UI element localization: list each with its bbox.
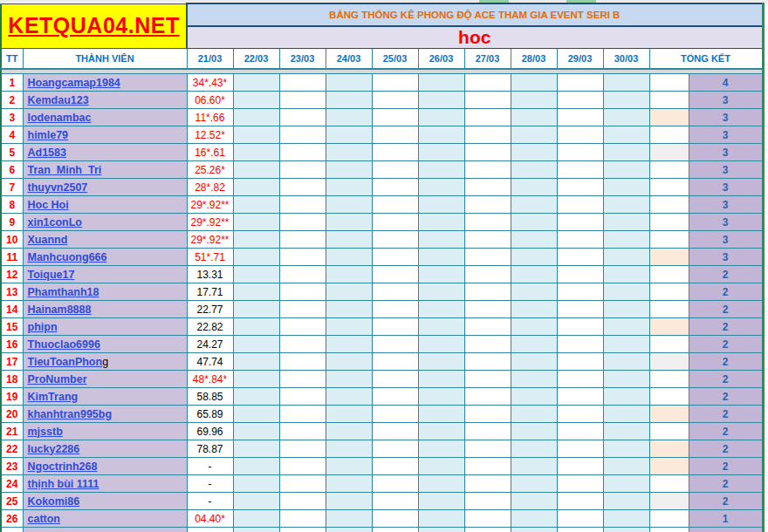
member-link[interactable]: lucky2286	[28, 443, 80, 455]
empty-score-cell[interactable]	[511, 353, 557, 371]
empty-score-cell[interactable]	[464, 458, 511, 475]
empty-score-cell[interactable]	[418, 231, 464, 249]
note-cell[interactable]	[649, 510, 689, 528]
total-cell[interactable]: 2	[689, 318, 763, 336]
empty-score-cell[interactable]	[603, 458, 649, 475]
member-link[interactable]: Ad1583	[28, 147, 66, 159]
empty-score-cell[interactable]	[326, 266, 372, 283]
empty-score-cell[interactable]	[233, 406, 279, 423]
empty-score-cell[interactable]	[233, 371, 279, 388]
empty-score-cell[interactable]	[464, 528, 511, 532]
member-cell[interactable]: khanhtran995bg	[23, 406, 187, 423]
empty-score-cell[interactable]	[233, 510, 279, 528]
empty-score-cell[interactable]	[511, 528, 557, 532]
col-header-date[interactable]: 23/03	[279, 49, 326, 70]
empty-score-cell[interactable]	[372, 74, 418, 92]
empty-score-cell[interactable]	[603, 406, 649, 423]
empty-score-cell[interactable]	[326, 423, 372, 440]
empty-score-cell[interactable]	[233, 266, 279, 283]
empty-score-cell[interactable]	[557, 249, 603, 266]
empty-score-cell[interactable]	[279, 92, 326, 109]
member-cell[interactable]: lodenambac	[23, 109, 187, 126]
empty-score-cell[interactable]	[557, 440, 603, 458]
score-cell-21-03[interactable]: 29*.92**	[187, 196, 233, 214]
empty-score-cell[interactable]	[326, 196, 372, 214]
empty-score-cell[interactable]	[372, 371, 418, 388]
empty-score-cell[interactable]	[418, 92, 464, 109]
member-link[interactable]: Toique17	[28, 269, 75, 281]
empty-score-cell[interactable]	[557, 493, 603, 510]
empty-score-cell[interactable]	[279, 196, 326, 214]
row-number-cell[interactable]: 15	[1, 318, 23, 336]
empty-score-cell[interactable]	[464, 406, 511, 423]
brand-banner[interactable]: KETQUA04.NET	[1, 3, 187, 49]
empty-score-cell[interactable]	[372, 528, 418, 532]
empty-score-cell[interactable]	[464, 231, 511, 249]
col-header-date[interactable]: 26/03	[418, 49, 464, 70]
note-cell[interactable]	[649, 440, 689, 458]
empty-score-cell[interactable]	[372, 353, 418, 371]
empty-score-cell[interactable]	[603, 161, 649, 179]
empty-score-cell[interactable]	[603, 440, 649, 458]
row-number-cell[interactable]: 5	[1, 144, 23, 161]
note-cell[interactable]	[649, 161, 689, 179]
empty-score-cell[interactable]	[464, 92, 511, 109]
empty-score-cell[interactable]	[326, 231, 372, 249]
empty-score-cell[interactable]	[464, 109, 511, 126]
note-cell[interactable]	[649, 528, 689, 532]
empty-score-cell[interactable]	[279, 336, 326, 353]
empty-score-cell[interactable]	[279, 493, 326, 510]
score-cell-21-03[interactable]: -	[187, 475, 233, 493]
empty-score-cell[interactable]	[233, 493, 279, 510]
empty-score-cell[interactable]	[511, 161, 557, 179]
empty-score-cell[interactable]	[511, 92, 557, 109]
empty-score-cell[interactable]	[233, 336, 279, 353]
note-cell[interactable]	[649, 301, 689, 318]
empty-score-cell[interactable]	[603, 126, 649, 144]
empty-score-cell[interactable]	[511, 388, 557, 406]
empty-score-cell[interactable]	[511, 179, 557, 196]
empty-score-cell[interactable]	[464, 336, 511, 353]
empty-score-cell[interactable]	[279, 109, 326, 126]
empty-score-cell[interactable]	[464, 283, 511, 301]
empty-score-cell[interactable]	[326, 406, 372, 423]
empty-score-cell[interactable]	[233, 74, 279, 92]
member-link[interactable]: thuyvn2507	[28, 181, 88, 194]
score-cell-21-03[interactable]: 04.40*	[187, 510, 233, 528]
row-number-cell[interactable]: 18	[1, 371, 23, 388]
empty-score-cell[interactable]	[326, 161, 372, 179]
score-cell-21-03[interactable]: 13.31	[187, 266, 233, 283]
empty-score-cell[interactable]	[557, 336, 603, 353]
member-cell[interactable]: KimTrang	[23, 388, 187, 406]
total-cell[interactable]: 4	[689, 74, 763, 92]
note-cell[interactable]	[649, 92, 689, 109]
empty-score-cell[interactable]	[279, 371, 326, 388]
note-cell[interactable]	[649, 318, 689, 336]
empty-score-cell[interactable]	[464, 161, 511, 179]
col-header-date[interactable]: 28/03	[511, 49, 557, 70]
empty-score-cell[interactable]	[603, 371, 649, 388]
total-cell[interactable]: 2	[689, 371, 763, 388]
empty-score-cell[interactable]	[372, 249, 418, 266]
empty-score-cell[interactable]	[372, 301, 418, 318]
score-cell-21-03[interactable]: 65.89	[187, 406, 233, 423]
member-link[interactable]: xin1conLo	[28, 216, 83, 228]
score-cell-21-03[interactable]: -	[187, 458, 233, 475]
empty-score-cell[interactable]	[464, 179, 511, 196]
empty-score-cell[interactable]	[464, 214, 511, 231]
empty-score-cell[interactable]	[511, 109, 557, 126]
empty-score-cell[interactable]	[326, 126, 372, 144]
empty-score-cell[interactable]	[511, 231, 557, 249]
row-number-cell[interactable]: 25	[1, 493, 23, 510]
note-cell[interactable]	[649, 458, 689, 475]
empty-score-cell[interactable]	[511, 301, 557, 318]
empty-score-cell[interactable]	[279, 353, 326, 371]
empty-score-cell[interactable]	[557, 161, 603, 179]
row-number-cell[interactable]: 27	[1, 528, 23, 532]
empty-score-cell[interactable]	[418, 109, 464, 126]
empty-score-cell[interactable]	[418, 179, 464, 196]
empty-score-cell[interactable]	[326, 528, 372, 532]
note-cell[interactable]	[649, 179, 689, 196]
member-cell[interactable]: Xuannd	[23, 231, 187, 249]
empty-score-cell[interactable]	[233, 161, 279, 179]
